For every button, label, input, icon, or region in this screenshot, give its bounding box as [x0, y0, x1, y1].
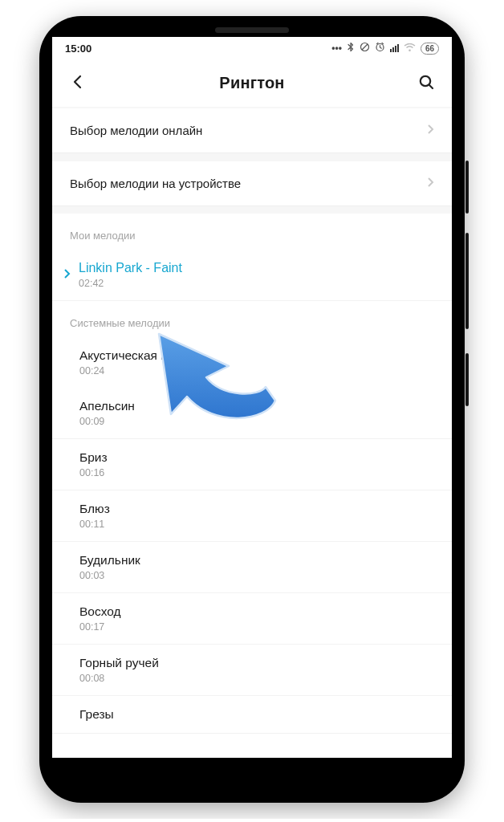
section-my-melodies: Мои мелодии [52, 214, 452, 250]
system-ringtone-item[interactable]: Горный ручей00:08 [52, 645, 452, 696]
menu-device-melodies[interactable]: Выбор мелодии на устройстве [52, 161, 452, 206]
ringtone-title: Апельсин [79, 399, 135, 413]
ringtone-title: Восход [79, 604, 121, 619]
ringtone-duration: 00:03 [79, 570, 140, 581]
system-ringtone-item[interactable]: Блюз00:11 [52, 490, 452, 542]
ringtone-title: Грезы [79, 707, 114, 722]
page-title: Рингтон [219, 74, 284, 92]
section-system-melodies: Системные мелодии [52, 301, 452, 337]
ringtone-duration: 00:09 [79, 416, 135, 427]
ringtone-duration: 00:16 [79, 467, 108, 478]
system-ringtone-item[interactable]: Бриз00:16 [52, 439, 452, 490]
system-ringtone-item[interactable]: Восход00:17 [52, 593, 452, 645]
chevron-right-icon [427, 177, 434, 190]
svg-line-5 [429, 85, 433, 88]
bluetooth-icon [347, 42, 355, 55]
ringtone-duration: 00:24 [79, 365, 198, 376]
wifi-icon [404, 43, 416, 55]
search-button[interactable] [418, 74, 434, 93]
signal-icon [390, 44, 399, 52]
navbar: Рингтон [52, 59, 452, 108]
svg-line-1 [362, 44, 368, 50]
my-ringtone-item[interactable]: Linkin Park - Faint 02:42 [52, 250, 452, 301]
divider [52, 153, 452, 161]
system-ringtone-item[interactable]: Будильник00:03 [52, 542, 452, 593]
menu-online-melodies[interactable]: Выбор мелодии онлайн [52, 108, 452, 153]
back-button[interactable] [70, 74, 86, 93]
status-bar: 15:00 ••• 66 [52, 37, 452, 59]
ringtone-title: Будильник [79, 553, 140, 568]
divider [52, 206, 452, 214]
clock-label: 15:00 [65, 43, 91, 55]
ringtone-duration: 00:17 [79, 621, 121, 633]
svg-point-3 [408, 49, 411, 51]
ringtone-title: Linkin Park - Faint [79, 261, 182, 275]
chevron-right-icon [63, 268, 71, 282]
dnd-icon [360, 42, 370, 55]
system-ringtone-item[interactable]: Акустическая гитара00:24 [52, 337, 452, 388]
more-icon: ••• [331, 43, 342, 54]
ringtone-duration: 00:08 [79, 673, 159, 684]
battery-indicator: 66 [421, 43, 439, 55]
ringtone-duration: 00:11 [79, 519, 110, 530]
ringtone-title: Бриз [79, 450, 108, 465]
ringtone-title: Горный ручей [79, 656, 159, 670]
system-ringtone-item[interactable]: Апельсин00:09 [52, 388, 452, 439]
content-scroller[interactable]: Выбор мелодии онлайн Выбор мелодии на ус… [52, 108, 452, 758]
ringtone-title: Акустическая гитара [79, 348, 198, 363]
alarm-icon [375, 42, 385, 55]
menu-label: Выбор мелодии онлайн [70, 124, 202, 137]
chevron-right-icon [427, 124, 434, 137]
ringtone-duration: 02:42 [79, 278, 182, 289]
ringtone-title: Блюз [79, 502, 110, 516]
system-ringtone-item[interactable]: Грезы [52, 696, 452, 734]
menu-label: Выбор мелодии на устройстве [70, 177, 241, 190]
